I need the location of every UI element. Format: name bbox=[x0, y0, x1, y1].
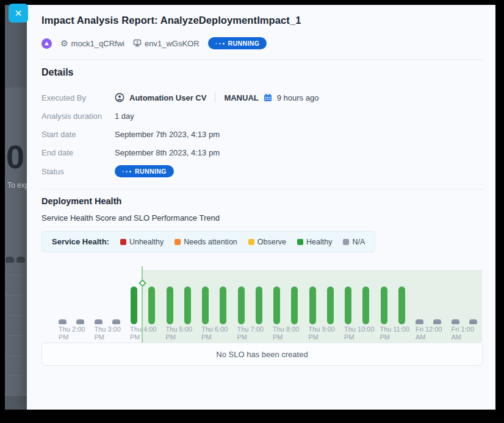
x-axis-tick-label: Thu 4:00PM bbox=[130, 325, 168, 341]
legend-item: Observe bbox=[248, 238, 286, 246]
detail-row-executed-by: Executed By Automation User CV MANUAL bbox=[41, 91, 483, 104]
health-bar[interactable] bbox=[220, 286, 226, 324]
running-dots-icon bbox=[122, 171, 131, 172]
health-chart: Thu 2:00PMThu 3:00PMThu 4:00PMThu 5:00PM… bbox=[54, 255, 482, 343]
detail-row-end-date: End date September 8th 2023, 4:13 pm bbox=[41, 146, 483, 159]
service-chip: ⚙ mock1_qCRfwi bbox=[60, 39, 124, 48]
environment-chip: env1_wGsKOR bbox=[133, 39, 200, 48]
meta-row: ⚙ mock1_qCRfwi env1_wGsKOR RUNNING bbox=[41, 37, 267, 50]
health-bar[interactable] bbox=[131, 286, 137, 324]
health-bar[interactable] bbox=[327, 286, 334, 324]
health-bar[interactable] bbox=[452, 319, 459, 324]
detail-row-start-date: Start date September 7th 2023, 4:13 pm bbox=[41, 127, 483, 141]
x-axis-tick-label: Thu 8:00PM bbox=[273, 325, 311, 341]
detail-row-status: Status RUNNING bbox=[41, 165, 483, 178]
health-bar[interactable] bbox=[202, 286, 209, 324]
close-button[interactable]: ✕ bbox=[9, 4, 28, 23]
end-date-value: September 8th 2023, 4:13 pm bbox=[115, 148, 220, 157]
duration-value: 1 day bbox=[115, 112, 134, 121]
running-dots-icon bbox=[215, 43, 225, 44]
trigger-type: MANUAL bbox=[224, 93, 258, 102]
vertical-divider bbox=[215, 93, 215, 102]
legend-item: Healthy bbox=[297, 238, 332, 246]
legend-swatch-icon bbox=[175, 239, 181, 245]
legend-swatch-icon bbox=[297, 239, 303, 245]
x-axis-tick-label: Thu 5:00PM bbox=[166, 325, 204, 341]
x-axis-tick-label: Fri 1:00AM bbox=[452, 325, 489, 341]
modal-title: Impact Analysis Report: AnalyzeDeploymen… bbox=[41, 15, 301, 26]
detail-row-duration: Analysis duration 1 day bbox=[41, 109, 483, 123]
health-bar[interactable] bbox=[273, 286, 280, 324]
status-badge: RUNNING bbox=[115, 165, 174, 178]
health-bar[interactable] bbox=[469, 319, 477, 324]
legend-swatch-icon bbox=[343, 239, 349, 245]
executed-by-user: Automation User CV bbox=[129, 93, 206, 102]
deployment-health-heading: Deployment Health bbox=[41, 196, 121, 206]
health-bar[interactable] bbox=[76, 319, 84, 324]
x-axis-labels: Thu 2:00PMThu 3:00PMThu 4:00PMThu 5:00PM… bbox=[54, 325, 482, 343]
x-axis-tick-label: Thu 9:00PM bbox=[309, 325, 347, 341]
legend-title: Service Health: bbox=[52, 237, 109, 246]
health-bar[interactable] bbox=[238, 286, 245, 324]
health-bar[interactable] bbox=[184, 286, 191, 324]
service-name: mock1_qCRfwi bbox=[71, 39, 124, 48]
health-bar[interactable] bbox=[433, 319, 441, 324]
health-bar[interactable] bbox=[345, 286, 351, 324]
legend-item: Needs attention bbox=[175, 238, 237, 246]
service-health-legend: Service Health: UnhealthyNeeds attention… bbox=[41, 231, 375, 252]
x-axis-tick-label: Thu 2:00PM bbox=[59, 325, 96, 341]
health-bar[interactable] bbox=[59, 319, 67, 324]
health-bar[interactable] bbox=[309, 286, 316, 324]
health-bar[interactable] bbox=[416, 319, 423, 324]
health-bar[interactable] bbox=[112, 319, 120, 324]
background-mini-bar bbox=[16, 257, 25, 263]
health-bar[interactable] bbox=[291, 286, 298, 324]
screenshot-frame: 0 To expa ✕ Impact Analysis Report: Anal… bbox=[0, 0, 504, 423]
health-bar[interactable] bbox=[256, 286, 262, 324]
legend-swatch-icon bbox=[120, 239, 126, 245]
health-bar[interactable] bbox=[148, 286, 155, 324]
calendar-icon bbox=[264, 93, 272, 102]
health-bar[interactable] bbox=[398, 286, 405, 324]
executed-time-ago: 9 hours ago bbox=[277, 93, 319, 102]
x-axis-tick-label: Thu 7:00PM bbox=[237, 325, 275, 341]
x-axis-tick-label: Thu 10:00PM bbox=[344, 325, 382, 341]
start-date-value: September 7th 2023, 4:13 pm bbox=[115, 130, 220, 139]
x-axis-tick-label: Thu 3:00PM bbox=[95, 325, 132, 341]
details-heading: Details bbox=[41, 67, 73, 78]
health-bar[interactable] bbox=[95, 319, 103, 324]
deployment-marker-line bbox=[142, 266, 143, 343]
x-axis-tick-label: Thu 11:00PM bbox=[380, 325, 418, 341]
environment-name: env1_wGsKOR bbox=[145, 39, 200, 48]
slo-empty-message: No SLO has been created bbox=[216, 350, 308, 359]
x-axis-tick-label: Fri 12:00AM bbox=[416, 325, 453, 341]
background-mini-bar bbox=[5, 257, 14, 263]
slo-empty-box: No SLO has been created bbox=[41, 343, 483, 366]
health-bar[interactable] bbox=[167, 286, 173, 324]
legend-swatch-icon bbox=[248, 239, 254, 245]
status-badge: RUNNING bbox=[208, 37, 267, 50]
x-axis-tick-label: Thu 6:00PM bbox=[201, 325, 239, 341]
legend-item: Unhealthy bbox=[120, 238, 164, 246]
background-big-number: 0 bbox=[6, 140, 24, 173]
impact-analysis-icon bbox=[41, 38, 52, 49]
chart-subtitle: Service Health Score and SLO Performance… bbox=[41, 213, 220, 222]
impact-analysis-modal: Impact Analysis Report: AnalyzeDeploymen… bbox=[27, 5, 495, 410]
environment-icon bbox=[133, 39, 142, 48]
divider bbox=[41, 59, 483, 60]
health-bar[interactable] bbox=[381, 286, 387, 324]
legend-item: N/A bbox=[343, 238, 365, 246]
health-bar[interactable] bbox=[362, 286, 369, 324]
gear-icon: ⚙ bbox=[60, 39, 68, 48]
user-icon bbox=[115, 93, 124, 102]
bars bbox=[54, 273, 482, 324]
legend-items: UnhealthyNeeds attentionObserveHealthyN/… bbox=[120, 238, 365, 246]
divider bbox=[41, 189, 483, 190]
